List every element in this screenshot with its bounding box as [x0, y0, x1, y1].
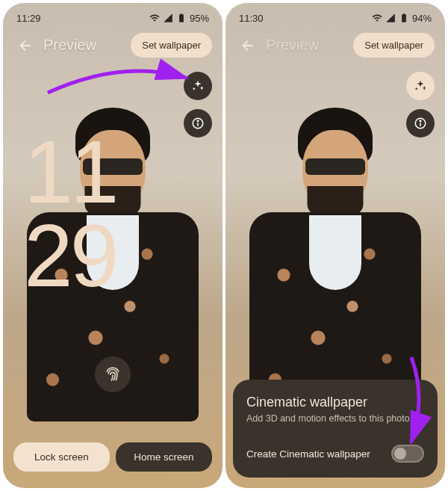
status-time: 11:30: [239, 13, 264, 24]
arrow-left-icon: [240, 37, 256, 54]
lock-clock: 11 29: [24, 130, 116, 297]
header: Preview Set wallpaper: [3, 33, 223, 58]
float-icons: [184, 72, 212, 138]
page-title: Preview: [266, 37, 353, 54]
tab-lock-screen[interactable]: Lock screen: [13, 442, 110, 472]
clock-min: 29: [24, 214, 116, 297]
toggle-label: Create Cinematic wallpaper: [246, 448, 370, 460]
svg-point-2: [197, 120, 199, 122]
status-bar: 11:30 94%: [225, 9, 445, 27]
status-right: 94%: [372, 13, 432, 24]
header: Preview Set wallpaper: [225, 33, 445, 58]
sheet-title: Cinematic wallpaper: [246, 395, 424, 410]
phone-left: 11:29 95% Preview Set wallpaper 11 29 Lo…: [3, 3, 223, 488]
battery-icon: [399, 13, 409, 23]
fingerprint-button[interactable]: [95, 356, 131, 392]
sheet-row: Create Cinematic wallpaper: [246, 445, 424, 463]
wifi-icon: [372, 13, 382, 23]
svg-point-5: [420, 120, 421, 122]
set-wallpaper-button[interactable]: Set wallpaper: [131, 33, 212, 58]
info-button[interactable]: [406, 109, 435, 138]
set-wallpaper-button[interactable]: Set wallpaper: [353, 33, 435, 58]
status-right: 95%: [149, 13, 209, 24]
back-button[interactable]: [13, 34, 37, 58]
tab-home-screen[interactable]: Home screen: [116, 442, 212, 472]
toggle-knob: [394, 448, 406, 460]
preview-tabs: Lock screen Home screen: [13, 442, 212, 472]
status-battery: 94%: [412, 13, 432, 24]
status-battery: 95%: [190, 13, 209, 24]
info-button[interactable]: [184, 109, 212, 138]
float-icons: [406, 72, 435, 138]
info-icon: [414, 117, 427, 130]
annotation-arrow-left: [40, 52, 205, 104]
wallpaper-figure: [246, 78, 425, 407]
effects-button[interactable]: [406, 72, 435, 100]
sparkle-icon: [414, 79, 427, 93]
signal-icon: [163, 13, 173, 23]
status-time: 11:29: [16, 13, 41, 24]
cinematic-toggle[interactable]: [391, 445, 424, 463]
fingerprint-icon: [103, 365, 122, 384]
clock-hour: 11: [24, 130, 116, 214]
battery-icon: [176, 13, 187, 23]
arrow-left-icon: [17, 37, 34, 54]
status-bar: 11:29 95%: [3, 9, 223, 27]
wifi-icon: [149, 13, 160, 23]
signal-icon: [385, 13, 396, 23]
sparkle-icon: [191, 79, 205, 93]
page-title: Preview: [43, 37, 131, 54]
sheet-subtitle: Add 3D and motion effects to this photo: [246, 413, 424, 424]
effects-button[interactable]: [184, 72, 212, 100]
back-button[interactable]: [236, 34, 260, 58]
info-icon: [191, 117, 205, 130]
cinematic-sheet: Cinematic wallpaper Add 3D and motion ef…: [233, 380, 438, 478]
phone-right: 11:30 94% Preview Set wallpaper Cinemati…: [225, 3, 445, 488]
